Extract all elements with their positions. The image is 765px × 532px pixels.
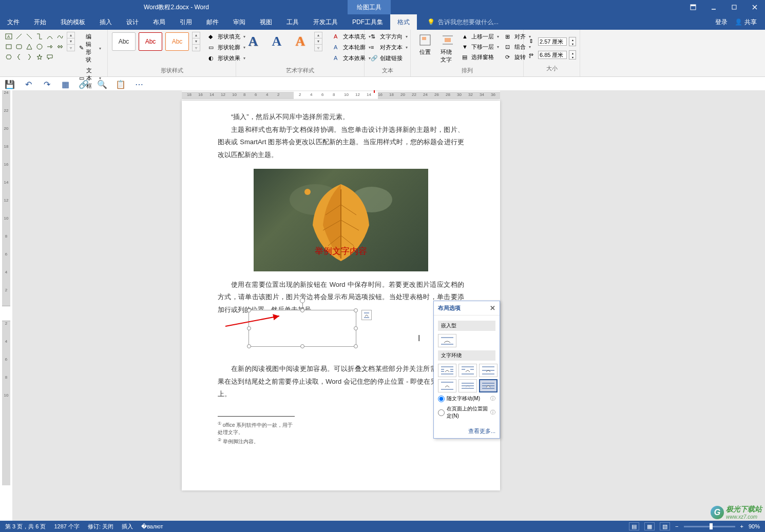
zoom-value[interactable]: 90% xyxy=(749,523,760,529)
resize-handle-n[interactable] xyxy=(300,308,304,312)
view-read-icon[interactable]: ▤ xyxy=(629,522,639,530)
ribbon-display-icon[interactable] xyxy=(683,0,703,14)
shape-more-icon[interactable] xyxy=(55,52,65,62)
shape-line-icon[interactable] xyxy=(14,32,24,41)
height-input[interactable] xyxy=(538,37,567,46)
shape-star-icon[interactable] xyxy=(35,52,44,62)
status-mode[interactable]: 插入 xyxy=(122,523,133,530)
tell-me-search[interactable]: 💡 告诉我您想要做什么... xyxy=(427,14,499,30)
shape-circle-icon[interactable] xyxy=(35,42,44,51)
redo-icon[interactable]: ↷ xyxy=(42,80,51,89)
tab-dev[interactable]: 开发工具 xyxy=(306,14,345,30)
document-image[interactable]: 举例文字内容 xyxy=(254,169,428,271)
paste-icon[interactable]: 📋 xyxy=(116,80,125,89)
maximize-icon[interactable] xyxy=(724,0,744,14)
tab-design[interactable]: 设计 xyxy=(119,14,146,30)
wrap-through[interactable] xyxy=(479,364,498,377)
inserted-textbox[interactable] xyxy=(248,310,356,347)
shape-doublearrow-icon[interactable] xyxy=(55,42,65,51)
width-input[interactable] xyxy=(538,51,567,59)
text-direction-button[interactable]: ⇅文字方向 xyxy=(369,32,410,42)
tab-templates[interactable]: 我的模板 xyxy=(53,14,92,30)
minimize-icon[interactable] xyxy=(703,0,724,14)
close-icon[interactable] xyxy=(744,0,765,14)
tab-review[interactable]: 审阅 xyxy=(226,14,253,30)
tab-view[interactable]: 视图 xyxy=(253,14,279,30)
info-icon[interactable]: ⓘ xyxy=(490,395,495,402)
resize-handle-ne[interactable] xyxy=(354,308,358,312)
link-icon[interactable]: 🔗 xyxy=(79,80,88,89)
shape-lbrace-icon[interactable] xyxy=(14,52,24,62)
rotate-handle[interactable] xyxy=(300,298,305,303)
zoom-in-icon[interactable]: + xyxy=(740,523,743,529)
shape-rect-icon[interactable] xyxy=(4,42,13,51)
shape-line2-icon[interactable] xyxy=(25,32,34,41)
fix-position-radio[interactable]: 在页面上的位置固定(N)ⓘ xyxy=(438,404,495,421)
more-icon[interactable]: ⋯ xyxy=(135,80,144,89)
login-link[interactable]: 登录 xyxy=(715,18,728,27)
shape-arrow-icon[interactable] xyxy=(45,42,54,51)
tab-insert[interactable]: 插入 xyxy=(92,14,119,30)
style-preset-1[interactable]: Abc xyxy=(112,32,136,51)
wordart-preset-3[interactable]: A xyxy=(291,32,310,51)
style-preset-3[interactable]: Abc xyxy=(165,32,189,51)
shape-curve-icon[interactable] xyxy=(45,32,54,41)
tab-layout[interactable]: 布局 xyxy=(146,14,173,30)
table-icon[interactable]: ▦ xyxy=(61,80,70,89)
resize-handle-w[interactable] xyxy=(247,326,251,330)
wrap-text-button[interactable]: 环绕文字 xyxy=(437,32,458,65)
shape-callout-icon[interactable] xyxy=(45,52,54,62)
shape-roundrect-icon[interactable] xyxy=(14,42,24,51)
view-print-icon[interactable]: ▦ xyxy=(644,522,655,530)
tab-format[interactable]: 格式 xyxy=(390,14,417,30)
layout-popup-close-icon[interactable]: ✕ xyxy=(490,304,495,312)
wrap-inline[interactable] xyxy=(438,334,456,347)
wrap-topbottom[interactable] xyxy=(438,379,456,392)
shapes-gallery-nav[interactable]: ▴▾▿ xyxy=(67,32,75,51)
wordart-gallery-nav[interactable]: ▴▾▿ xyxy=(314,32,322,51)
shape-style-gallery[interactable]: Abc Abc Abc ▴▾▿ xyxy=(112,32,200,51)
bring-forward-button[interactable]: ▲上移一层 xyxy=(460,32,501,42)
zoom-thumb[interactable] xyxy=(710,523,713,529)
width-spinner[interactable]: ▴▾ xyxy=(569,50,576,60)
save-icon[interactable]: 💾 xyxy=(5,80,14,89)
wordart-preset-2[interactable]: A xyxy=(267,32,286,51)
layout-options-trigger[interactable] xyxy=(361,310,372,320)
wrap-behind[interactable] xyxy=(458,379,477,392)
position-button[interactable]: 位置 xyxy=(415,32,435,57)
zoom-slider[interactable] xyxy=(684,526,735,527)
shape-textbox-icon[interactable]: A xyxy=(4,32,13,41)
resize-handle-e[interactable] xyxy=(354,326,358,330)
tab-tools[interactable]: 工具 xyxy=(279,14,306,30)
selection-pane-button[interactable]: ▤选择窗格 xyxy=(460,52,501,62)
see-more-link[interactable]: 查看更多... xyxy=(468,428,495,434)
tab-references[interactable]: 引用 xyxy=(173,14,199,30)
edit-shape-button[interactable]: ✎编辑形状 xyxy=(77,32,103,65)
shape-rbrace-icon[interactable] xyxy=(25,52,34,62)
zoom-out-icon[interactable]: − xyxy=(675,523,678,529)
tab-home[interactable]: 开始 xyxy=(27,14,53,30)
wrap-tight[interactable] xyxy=(458,364,477,377)
move-with-text-radio[interactable]: 随文字移动(M)ⓘ xyxy=(438,393,495,404)
status-words[interactable]: 1287 个字 xyxy=(54,523,80,530)
resize-handle-nw[interactable] xyxy=(247,308,251,312)
shape-hex-icon[interactable] xyxy=(4,52,13,62)
style-gallery-nav[interactable]: ▴▾▿ xyxy=(192,32,200,51)
status-lang-icon[interactable]: �валют xyxy=(141,523,163,530)
send-backward-button[interactable]: ▼下移一层 xyxy=(460,42,501,52)
tab-pdf[interactable]: PDF工具集 xyxy=(345,14,390,30)
style-preset-2[interactable]: Abc xyxy=(139,32,162,51)
height-spinner[interactable]: ▴▾ xyxy=(569,37,576,46)
status-page[interactable]: 第 3 页，共 6 页 xyxy=(5,523,46,530)
info-icon-2[interactable]: ⓘ xyxy=(490,409,495,416)
share-button[interactable]: 👤共享 xyxy=(735,18,757,27)
status-track[interactable]: 修订: 关闭 xyxy=(88,523,113,530)
create-link-button[interactable]: 🔗创建链接 xyxy=(369,53,405,63)
resize-handle-s[interactable] xyxy=(300,344,304,348)
align-text-button[interactable]: ≡对齐文本 xyxy=(369,43,410,52)
tab-mail[interactable]: 邮件 xyxy=(199,14,226,30)
wrap-square[interactable] xyxy=(438,364,456,377)
tab-file[interactable]: 文件 xyxy=(0,14,27,30)
undo-icon[interactable]: ↶ xyxy=(24,80,33,89)
search-icon[interactable]: 🔍 xyxy=(98,80,107,89)
